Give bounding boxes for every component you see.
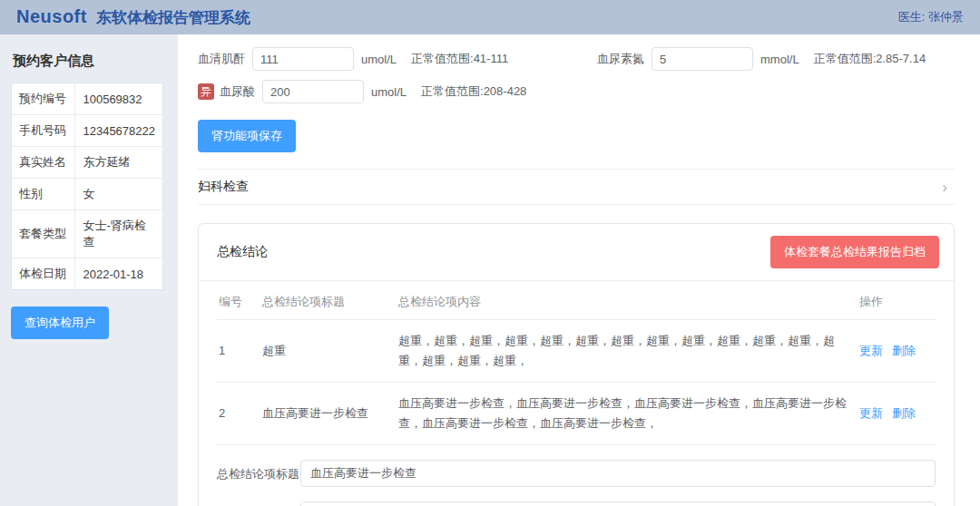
update-link[interactable]: 更新	[859, 406, 883, 420]
abnormal-badge: 异	[198, 83, 214, 100]
table-row: 1 超重 超重，超重，超重，超重，超重，超重，超重，超重，超重，超重，超重，超重…	[217, 320, 936, 383]
kidney-field-row-2: 异 血尿酸 umol/L 正常值范围:208-428	[198, 80, 955, 103]
row-content: 超重，超重，超重，超重，超重，超重，超重，超重，超重，超重，超重，超重，超重，超…	[397, 320, 858, 383]
update-link[interactable]: 更新	[859, 344, 883, 357]
serum-creatinine-input[interactable]	[252, 47, 354, 71]
row-actions: 更新删除	[858, 320, 936, 383]
conclusion-content-textarea[interactable]: 血压高要进一步检查，血压高要进一步检查，血压高要进一步检查，血压高要进一步检查，…	[300, 501, 936, 506]
gynecology-collapse-row[interactable]: 妇科检查 ›	[198, 169, 955, 205]
blood-uric-acid-label: 血尿酸	[220, 83, 255, 100]
table-row: 预约编号 100569832	[12, 83, 163, 115]
real-name-label: 真实姓名	[12, 147, 75, 179]
table-row: 2 血压高要进一步检查 血压高要进一步检查，血压高要进一步检查，血压高要进一步检…	[217, 383, 936, 445]
archive-report-button[interactable]: 体检套餐总检结果报告归档	[770, 236, 939, 268]
doctor-label: 医生: 张仲景	[898, 9, 964, 25]
phone-value: 12345678222	[75, 115, 163, 147]
main-content: 血清肌酐 umol/L 正常值范围:41-111 血尿素氮 mmol/L 正常值…	[178, 34, 980, 506]
conclusion-title-input[interactable]	[300, 460, 936, 487]
row-title: 超重	[260, 320, 397, 383]
row-title: 血压高要进一步检查	[260, 383, 397, 445]
query-exam-user-button[interactable]: 查询体检用户	[11, 307, 109, 339]
blood-uric-acid-range: 正常值范围:208-428	[421, 83, 526, 100]
exam-date-label: 体检日期	[12, 258, 75, 290]
conclusion-title-form-line: 总检结论项标题	[199, 460, 954, 487]
appointment-no-value: 100569832	[75, 83, 163, 115]
chevron-right-icon: ›	[942, 180, 947, 195]
app-title: 东软体检报告管理系统	[96, 7, 250, 28]
table-row: 性别 女	[12, 179, 163, 210]
real-name-value: 东方延绪	[75, 147, 163, 179]
blood-urea-nitrogen-field: 血尿素氮 mmol/L 正常值范围:2.85-7.14	[597, 47, 926, 71]
row-no: 2	[217, 383, 260, 445]
delete-link[interactable]: 删除	[892, 406, 916, 420]
serum-creatinine-range: 正常值范围:41-111	[411, 51, 508, 67]
serum-creatinine-field: 血清肌酐 umol/L 正常值范围:41-111	[198, 47, 597, 71]
serum-creatinine-unit: umol/L	[361, 53, 397, 66]
gender-value: 女	[75, 179, 163, 210]
blood-urea-nitrogen-unit: mmol/L	[760, 53, 799, 66]
blood-uric-acid-field: 异 血尿酸 umol/L 正常值范围:208-428	[198, 80, 526, 103]
sidebar-title: 预约客户信息	[13, 53, 165, 70]
package-type-value: 女士-肾病检查	[75, 210, 163, 258]
exam-date-value: 2022-01-18	[75, 258, 163, 290]
conclusion-panel-title: 总检结论	[217, 244, 268, 260]
table-row: 体检日期 2022-01-18	[12, 258, 163, 290]
gynecology-title: 妇科检查	[198, 179, 249, 195]
appointment-info-table: 预约编号 100569832 手机号码 12345678222 真实姓名 东方延…	[11, 83, 163, 290]
phone-label: 手机号码	[12, 115, 75, 147]
conclusion-content-form-line: 总检结论项内容 血压高要进一步检查，血压高要进一步检查，血压高要进一步检查，血压…	[199, 501, 954, 506]
row-actions: 更新删除	[858, 383, 936, 445]
kidney-field-row-1: 血清肌酐 umol/L 正常值范围:41-111 血尿素氮 mmol/L 正常值…	[198, 47, 955, 71]
app-header: Neusoft 东软体检报告管理系统 医生: 张仲景	[0, 0, 980, 34]
header-actions: 操作	[858, 283, 936, 320]
conclusion-panel: 总检结论 体检套餐总检结果报告归档 编号 总检结论项标题 总检结论项内容 操作 …	[198, 223, 955, 506]
table-row: 套餐类型 女士-肾病检查	[12, 210, 163, 258]
conclusion-panel-header: 总检结论 体检套餐总检结果报告归档	[199, 224, 954, 281]
conclusion-title-label: 总检结论项标题	[217, 460, 300, 482]
kidney-save-button[interactable]: 肾功能项保存	[198, 120, 296, 152]
delete-link[interactable]: 删除	[892, 344, 916, 357]
blood-urea-nitrogen-range: 正常值范围:2.85-7.14	[814, 51, 926, 67]
row-no: 1	[217, 320, 260, 383]
blood-urea-nitrogen-input[interactable]	[652, 47, 753, 71]
app-brand-wrap: Neusoft 东软体检报告管理系统	[16, 6, 250, 28]
blood-uric-acid-unit: umol/L	[371, 85, 407, 99]
blood-urea-nitrogen-label: 血尿素氮	[597, 51, 644, 67]
header-no: 编号	[217, 283, 260, 320]
table-row: 手机号码 12345678222	[12, 115, 163, 147]
blood-uric-acid-input[interactable]	[262, 80, 364, 103]
sidebar-appointment-info: 预约客户信息 预约编号 100569832 手机号码 12345678222 真…	[0, 34, 178, 506]
appointment-no-label: 预约编号	[12, 83, 75, 115]
gender-label: 性别	[12, 179, 75, 210]
neusoft-logo: Neusoft	[16, 6, 87, 27]
row-content: 血压高要进一步检查，血压高要进一步检查，血压高要进一步检查，血压高要进一步检查，…	[397, 383, 858, 445]
header-content: 总检结论项内容	[397, 283, 858, 320]
table-row: 真实姓名 东方延绪	[12, 147, 163, 179]
package-type-label: 套餐类型	[12, 210, 75, 258]
serum-creatinine-label: 血清肌酐	[198, 51, 245, 67]
conclusion-table-header-row: 编号 总检结论项标题 总检结论项内容 操作	[217, 283, 936, 320]
conclusion-content-label: 总检结论项内容	[217, 501, 300, 506]
header-title: 总检结论项标题	[260, 283, 397, 320]
conclusion-table: 编号 总检结论项标题 总检结论项内容 操作 1 超重 超重，超重，超重，超重，超…	[217, 283, 936, 445]
